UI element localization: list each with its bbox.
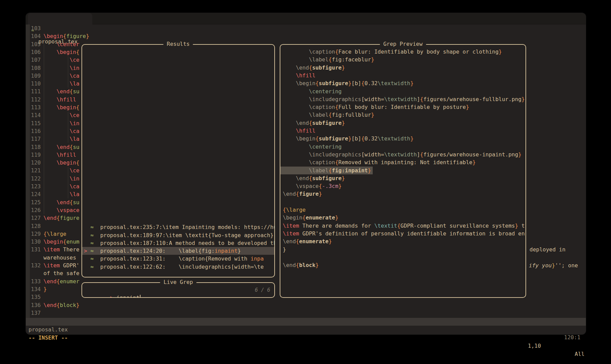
line-number: 115 — [26, 119, 41, 127]
preview-line: \caption{Face blur: Identifiable by body… — [283, 48, 502, 56]
editor-line-text: } — [43, 285, 47, 293]
editor-line-text: of the safe — [43, 269, 79, 277]
selection-caret-space — [84, 255, 90, 262]
preview-line: \caption{Removed with inpainting: Not id… — [283, 158, 476, 166]
preview-line: \end{subfigure} — [283, 119, 345, 127]
editor-line[interactable]: 137 — [26, 309, 586, 317]
preview-line: \vspace{-.3cm} — [283, 182, 341, 190]
line-number: 136 — [26, 301, 41, 309]
preview-line: {\large — [283, 206, 306, 214]
selection-caret-space — [84, 232, 90, 238]
line-number: 109 — [26, 72, 41, 80]
editor-line[interactable]: 103 — [26, 24, 586, 32]
editor-line-text: \begin{enum — [43, 238, 79, 246]
line-number: 105 — [26, 40, 41, 48]
editor-line-text: \end{figure — [43, 214, 79, 222]
ruler-scroll-indicator: All — [575, 350, 585, 358]
editor-line-text: {\large — [43, 230, 66, 238]
preview-line: \begin{subfigure}[b]{0.32\textwidth} — [283, 135, 413, 142]
line-number: 114 — [26, 111, 41, 119]
editor-line-text: \begin{ — [43, 48, 79, 56]
line-number: 132 — [26, 262, 41, 269]
results-row[interactable]: ≈ proposal.tex:187:110:A method needs to… — [82, 239, 274, 247]
prompt-caret-icon: > — [110, 294, 116, 297]
text-cursor — [140, 295, 141, 297]
preview-line: \label{fig:inpaint} — [283, 167, 371, 174]
statusline-position: 120:1 — [564, 333, 580, 341]
editor-line-text: \hfill — [43, 96, 76, 103]
tex-file-icon: ≈ — [90, 224, 94, 230]
line-number: 113 — [26, 103, 41, 111]
editor-line-text: \la — [43, 80, 79, 88]
live-grep-input[interactable]: > inpaint — [84, 286, 141, 294]
tex-file-icon: ≈ — [90, 240, 94, 246]
preview-line: \end{subfigure} — [283, 64, 345, 72]
line-number: 126 — [26, 206, 41, 214]
line-number: 112 — [26, 96, 41, 103]
preview-line: \item GDPR's definition of personally id… — [283, 230, 525, 237]
preview-line: \centering — [283, 143, 341, 151]
preview-line: \hfill — [283, 72, 315, 79]
results-row[interactable]: ≈ proposal.tex:235:7:\item Inpainting mo… — [82, 223, 274, 231]
line-number: 129 — [26, 230, 41, 238]
editor-line-text: \item There — [43, 246, 79, 253]
editor-line-text: \end{su — [43, 88, 79, 95]
grep-preview-float-window: Grep Preview \caption{Face blur: Identif… — [280, 44, 526, 298]
line-number: 128 — [26, 222, 41, 230]
preview-line: \label{fig:fullblur} — [283, 111, 374, 119]
editor-line-text: \end{su — [43, 198, 79, 206]
match-counter: 6 / 6 — [255, 286, 270, 294]
line-number: 117 — [26, 135, 41, 143]
results-row[interactable]: ≈ proposal.tex:122:62: \includegraphics[… — [82, 263, 274, 271]
preview-line: \begin{subfigure}[b]{0.32\textwidth} — [283, 79, 413, 87]
editor-line-text: \ca — [43, 127, 79, 135]
editor-line[interactable]: 136\end{block} — [26, 301, 586, 309]
editor-line-text: \in — [43, 175, 79, 183]
statusline: proposal.tex 120:1 — [26, 318, 586, 326]
editor-line-text: \hfill — [43, 151, 76, 159]
editor-line-text: \ca — [43, 72, 79, 80]
tex-file-icon: ≈ — [90, 232, 94, 238]
editor-line-text: warehouses — [43, 254, 76, 262]
selection-caret-icon: > — [84, 248, 90, 254]
selection-caret-space — [84, 240, 90, 246]
preview-line: \end{figure} — [283, 190, 322, 198]
preview-line: \end{enumerate} — [283, 237, 332, 245]
live-grep-float-window: Live Grep > inpaint 6 / 6 — [81, 282, 275, 298]
editor-line-text: \la — [43, 135, 79, 143]
line-number: 133 — [26, 277, 41, 285]
editor-line-text: \center — [43, 40, 79, 48]
line-number: 124 — [26, 190, 41, 198]
line-number: 107 — [26, 56, 41, 64]
tab-proposal-tex[interactable]: ≈ proposal.tex × — [28, 13, 92, 24]
preview-line: } — [283, 246, 286, 253]
grep-preview-pane[interactable]: \caption{Face blur: Identifiable by body… — [280, 45, 525, 297]
results-row[interactable]: > ≈ proposal.tex:124:20: \label{fig:inpa… — [82, 247, 274, 255]
results-row[interactable]: ≈ proposal.tex:189:97:\item \textit{Two-… — [82, 231, 274, 239]
indent-guide — [68, 56, 68, 88]
line-number: 122 — [26, 175, 41, 183]
line-number: 116 — [26, 127, 41, 135]
live-grep-query: inpaint — [116, 294, 139, 297]
results-row[interactable]: ≈ proposal.tex:123:31: \caption{Removed … — [82, 255, 274, 263]
line-number: 103 — [26, 24, 41, 32]
indent-guide — [44, 40, 44, 214]
tabline: ≈ proposal.tex × — [26, 13, 586, 24]
preview-line: \includegraphics[width=\textwidth]{figur… — [283, 95, 525, 103]
editor-line-text: \end{enumer — [43, 277, 79, 285]
editor-line-text: \begin{ — [43, 159, 79, 167]
line-number: 104 — [26, 32, 41, 40]
line-number: 118 — [26, 143, 41, 151]
preview-line: \begin{enumerate} — [283, 214, 338, 222]
preview-line: \label{fig:faceblur} — [283, 56, 374, 63]
editor-line[interactable]: 104\begin{figure} — [26, 32, 586, 40]
command-ruler-row: -- INSERT -- 1,10 All — [26, 326, 586, 334]
editor-line-text: \in — [43, 64, 79, 72]
editor-line-text: \end{su — [43, 143, 79, 151]
line-number: 120 — [26, 159, 41, 167]
editor-line-text: \ce — [43, 167, 79, 174]
preview-line: \includegraphics[width=\textwidth]{figur… — [283, 151, 521, 158]
line-number: 108 — [26, 64, 41, 72]
editor-line-text: \in — [43, 119, 79, 127]
editor-line-text: \begin{ — [43, 103, 79, 111]
